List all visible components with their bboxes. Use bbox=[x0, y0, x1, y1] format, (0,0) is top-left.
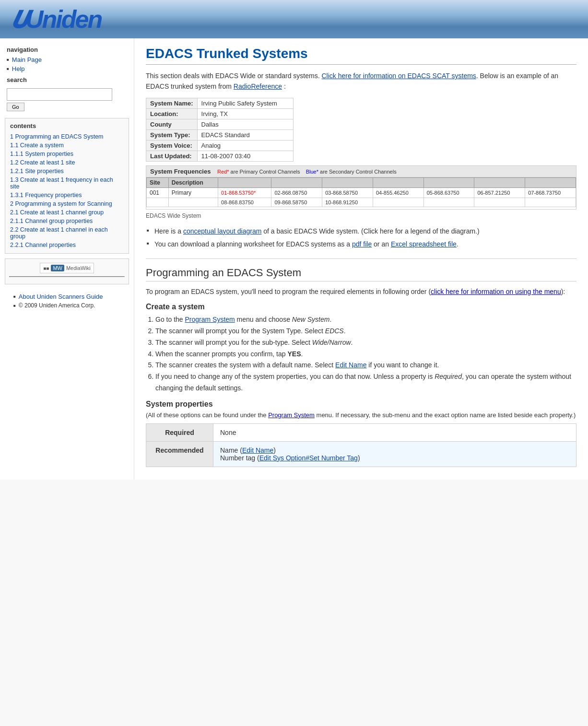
toc-item-1-3-1[interactable]: 1.3.1 Frequency properties bbox=[10, 191, 124, 199]
props-row-recommended: Recommended Name (Edit Name) Number tag … bbox=[146, 441, 576, 467]
nav-link-help[interactable]: Help bbox=[12, 65, 25, 72]
powered-divider bbox=[9, 276, 125, 277]
toc-item-2-2[interactable]: 2.2 Create at least 1 channel in each gr… bbox=[10, 225, 124, 241]
set-number-tag-link[interactable]: Edit Sys Option#Set Number Tag bbox=[259, 454, 358, 462]
footer-nav-list: About Uniden Scanners Guide © 2009 Unide… bbox=[7, 292, 127, 310]
diagram-link[interactable]: conceptual layout diagram bbox=[183, 227, 261, 235]
footer-link-about[interactable]: About Uniden Scanners Guide bbox=[19, 293, 103, 300]
freq-th-7 bbox=[525, 177, 576, 187]
toc-item-2-2-1[interactable]: 2.2.1 Channel properties bbox=[10, 241, 124, 249]
step-6: If you need to change any of the system … bbox=[155, 371, 576, 394]
props-label-recommended: Recommended bbox=[146, 441, 213, 467]
system-props-intro: (All of these options can be found under… bbox=[146, 411, 576, 419]
freq-th-4 bbox=[373, 177, 423, 187]
info-row-location: Location: Irving, TX bbox=[146, 108, 294, 119]
nav-item-help[interactable]: Help bbox=[7, 64, 134, 73]
search-button[interactable]: Go bbox=[7, 103, 24, 111]
step-4: When the scanner prompts you confirm, ta… bbox=[155, 349, 576, 360]
freq-table: Site Description 001 Primary 01-868.5375… bbox=[146, 177, 576, 207]
legend-red: Red* bbox=[217, 169, 229, 175]
radioreference-link[interactable]: RadioReference bbox=[234, 82, 282, 90]
bullet-2: You can download a planning worksheet fo… bbox=[146, 238, 576, 251]
pdf-link[interactable]: pdf file bbox=[352, 240, 372, 248]
edit-name-link[interactable]: Edit Name bbox=[335, 361, 366, 369]
section2-intro: To program an EDACS system, you'll need … bbox=[146, 286, 576, 297]
freq-f6: 06-857.21250 bbox=[474, 187, 525, 198]
create-system-heading: Create a system bbox=[146, 303, 576, 311]
freq-empty4 bbox=[423, 198, 474, 207]
mediawiki-badge: MW bbox=[51, 265, 64, 271]
info-val-updated: 11-08-2007 03:40 bbox=[197, 151, 293, 161]
info-row-updated: Last Updated: 11-08-2007 03:40 bbox=[146, 151, 294, 161]
freq-th-1 bbox=[218, 177, 271, 187]
info-label-county: County bbox=[146, 119, 198, 129]
info-row-type: System Type: EDACS Standard bbox=[146, 129, 294, 140]
freq-th-site: Site bbox=[147, 177, 169, 187]
nav-link-main[interactable]: Main Page bbox=[12, 56, 42, 63]
footer-item-about[interactable]: About Uniden Scanners Guide bbox=[13, 292, 127, 301]
page-title: EDACS Trunked Systems bbox=[146, 46, 576, 65]
toc-item-2-1[interactable]: 2.1 Create at least 1 channel group bbox=[10, 208, 124, 217]
caption-text: EDACS Wide System bbox=[146, 212, 576, 219]
scat-link[interactable]: Click here for information on EDACS SCAT… bbox=[321, 72, 476, 80]
freq-f2: 02-868.08750 bbox=[271, 187, 322, 198]
powered-logo: ■■ MW MediaWiki bbox=[40, 263, 94, 273]
step-5: The scanner creates the system with a de… bbox=[155, 360, 576, 371]
search-input[interactable] bbox=[7, 88, 112, 101]
toc-item-1-1-1[interactable]: 1.1.1 System properties bbox=[10, 150, 124, 158]
powered-product: MediaWiki bbox=[66, 265, 91, 271]
nav-item-main[interactable]: Main Page bbox=[7, 55, 134, 64]
program-system-link-2[interactable]: Program System bbox=[268, 411, 315, 419]
toc-item-1-2[interactable]: 1.2 Create at least 1 site bbox=[10, 158, 124, 167]
toc-item-1-1[interactable]: 1.1 Create a system bbox=[10, 141, 124, 150]
freq-data-row-1: 001 Primary 01-868.53750* 02-868.08750 0… bbox=[147, 187, 576, 198]
menu-info-link[interactable]: click here for information on using the … bbox=[431, 288, 561, 295]
freq-th-5 bbox=[423, 177, 474, 187]
toc-item-2-1-1[interactable]: 2.1.1 Channel group properties bbox=[10, 217, 124, 225]
toc-item-1-3[interactable]: 1.3 Create at least 1 frequency in each … bbox=[10, 176, 124, 191]
legend-blue: Blue* bbox=[306, 169, 318, 175]
info-label-location: Location: bbox=[146, 108, 198, 119]
content-area: EDACS Trunked Systems This section deals… bbox=[134, 38, 588, 480]
contents-box: contents 1 Programming an EDACS System 1… bbox=[5, 118, 129, 254]
header-banner: 𝙐Uniden bbox=[0, 0, 588, 38]
create-system-steps: Go to the Program System menu and choose… bbox=[155, 314, 576, 394]
intro-text-before: This section deals with EDACS Wide or st… bbox=[146, 72, 320, 80]
freq-f4: 04-855.46250 bbox=[373, 187, 423, 198]
freq-header-row: Site Description bbox=[147, 177, 576, 187]
freq-th-desc: Description bbox=[168, 177, 218, 187]
search-title: search bbox=[0, 73, 134, 85]
info-label-voice: System Voice: bbox=[146, 140, 198, 151]
info-row-county: County Dallas bbox=[146, 119, 294, 129]
toc-item-1-2-1[interactable]: 1.2.1 Site properties bbox=[10, 167, 124, 176]
freq-data-row-2: 08-868.83750 09-868.58750 10-868.91250 bbox=[147, 198, 576, 207]
toc-item-1[interactable]: 1 Programming an EDACS System bbox=[10, 132, 124, 141]
copyright-text: © 2009 Uniden America Corp. bbox=[19, 302, 95, 309]
excel-link[interactable]: Excel spreadsheet file bbox=[391, 240, 457, 248]
freq-f7: 07-868.73750 bbox=[525, 187, 576, 198]
info-table: System Name: Irving Public Safety System… bbox=[146, 98, 294, 162]
main-layout: navigation Main Page Help search Go cont… bbox=[0, 38, 588, 480]
info-val-location: Irving, TX bbox=[197, 108, 293, 119]
freq-f10: 10-868.91250 bbox=[322, 198, 373, 207]
info-val-voice: Analog bbox=[197, 140, 293, 151]
freq-section-header: System Frequencies Red* are Primary Cont… bbox=[146, 166, 576, 177]
edit-name-link-2[interactable]: Edit Name bbox=[242, 446, 273, 454]
freq-f5: 05-868.63750 bbox=[423, 187, 474, 198]
info-row-voice: System Voice: Analog bbox=[146, 140, 294, 151]
props-label-required: Required bbox=[146, 423, 213, 441]
search-section: Go bbox=[0, 85, 134, 114]
toc-item-2[interactable]: 2 Programming a system for Scanning bbox=[10, 199, 124, 208]
freq-legend: Red* are Primary Control Channels Blue* … bbox=[217, 169, 397, 175]
info-label-name: System Name: bbox=[146, 98, 198, 108]
freq-f9: 09-868.58750 bbox=[271, 198, 322, 207]
props-row-required: Required None bbox=[146, 423, 576, 441]
footer-item-copyright: © 2009 Uniden America Corp. bbox=[13, 301, 127, 310]
nav-list: Main Page Help bbox=[0, 55, 134, 73]
freq-empty3 bbox=[373, 198, 423, 207]
freq-th-3 bbox=[322, 177, 373, 187]
search-btn-row: Go bbox=[7, 103, 127, 111]
program-system-link-1[interactable]: Program System bbox=[185, 316, 235, 323]
info-val-type: EDACS Standard bbox=[197, 129, 293, 140]
freq-empty1 bbox=[147, 198, 169, 207]
